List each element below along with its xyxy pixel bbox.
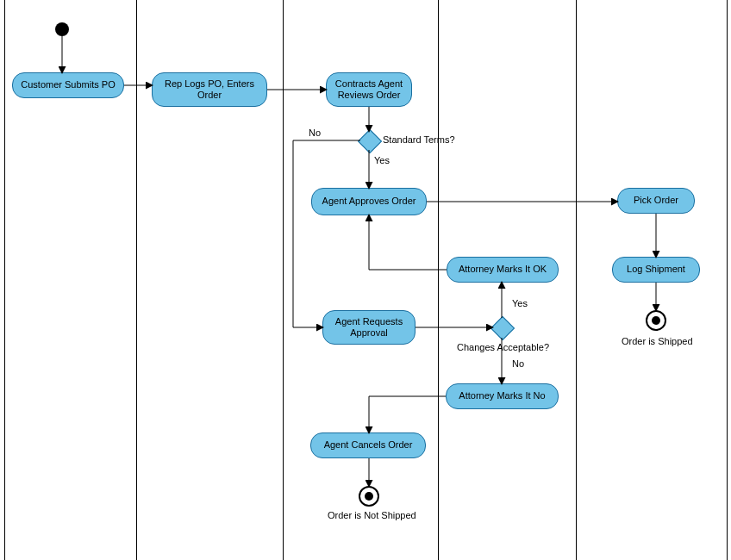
activity-agent-cancels: Agent Cancels Order <box>310 432 426 458</box>
guard-no: No <box>512 358 524 369</box>
lane-border <box>283 0 284 560</box>
final-label: Order is Not Shipped <box>328 510 416 520</box>
activity-rep-logs: Rep Logs PO, Enters Order <box>152 72 267 107</box>
decision-standard-terms <box>358 129 382 153</box>
lane-border <box>438 0 439 560</box>
decision-label: Standard Terms? <box>383 134 455 145</box>
guard-yes: Yes <box>512 298 528 308</box>
end-node-not-shipped <box>359 486 379 507</box>
end-node-shipped <box>646 310 666 331</box>
activity-agent-reviews: Contracts Agent Reviews Order <box>326 72 412 107</box>
lane-border <box>727 0 728 560</box>
activity-pick-order: Pick Order <box>617 188 695 214</box>
guard-yes: Yes <box>374 155 390 165</box>
start-node <box>55 22 69 36</box>
activity-customer-submits: Customer Submits PO <box>12 72 124 98</box>
lane-border <box>576 0 577 560</box>
activity-attorney-ok: Attorney Marks It OK <box>447 257 559 283</box>
final-label: Order is Shipped <box>622 336 693 346</box>
activity-agent-approves: Agent Approves Order <box>311 188 427 215</box>
decision-changes-acceptable <box>490 316 515 340</box>
activity-attorney-no: Attorney Marks It No <box>446 383 559 409</box>
activity-log-shipment: Log Shipment <box>612 257 700 283</box>
lane-border <box>4 0 5 560</box>
activity-agent-requests: Agent Requests Approval <box>322 310 415 345</box>
guard-no: No <box>309 128 321 138</box>
lane-border <box>136 0 137 560</box>
decision-label: Changes Acceptable? <box>457 342 549 352</box>
